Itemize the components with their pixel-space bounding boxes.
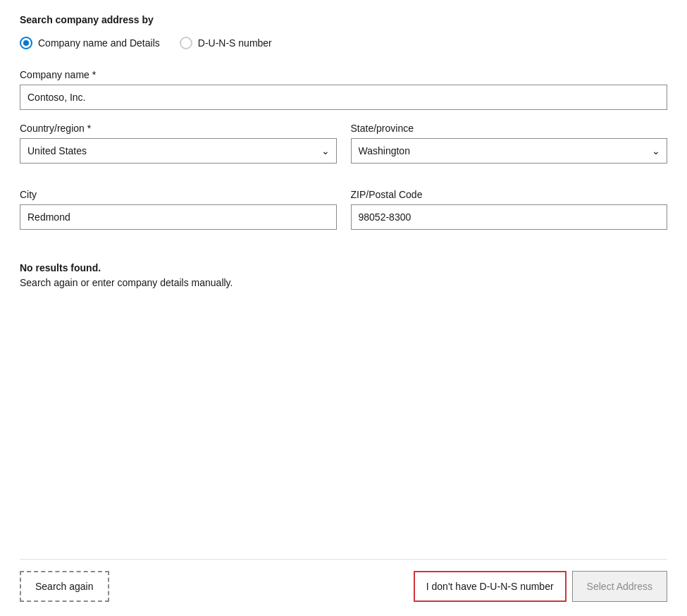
company-name-input[interactable] xyxy=(20,85,667,110)
zip-label: ZIP/Postal Code xyxy=(351,189,668,200)
city-field: City xyxy=(20,189,337,230)
state-province-select[interactable]: Washington xyxy=(351,138,668,164)
select-address-button[interactable]: Select Address xyxy=(572,571,667,602)
country-region-select[interactable]: United States xyxy=(20,138,337,164)
no-duns-button[interactable]: I don't have D-U-N-S number xyxy=(414,571,567,602)
state-province-field: State/province Washington ⌄ xyxy=(351,123,668,164)
country-state-row: Country/region * United States ⌄ State/p… xyxy=(20,123,667,176)
zip-field: ZIP/Postal Code xyxy=(351,189,668,230)
company-name-label: Company name * xyxy=(20,69,667,80)
section-title: Search company address by xyxy=(20,14,667,25)
no-results-subtitle: Search again or enter company details ma… xyxy=(20,276,667,290)
radio-company-name-label: Company name and Details xyxy=(38,37,160,49)
no-results-section: No results found. Search again or enter … xyxy=(20,261,667,290)
no-results-title: No results found. xyxy=(20,261,667,276)
search-again-button[interactable]: Search again xyxy=(20,571,109,602)
company-name-field: Company name * xyxy=(20,69,667,110)
page-container: Search company address by Company name a… xyxy=(0,0,687,616)
city-label: City xyxy=(20,189,337,200)
spacer xyxy=(20,290,667,559)
radio-company-name-option[interactable]: Company name and Details xyxy=(20,37,160,49)
country-region-select-wrapper: United States ⌄ xyxy=(20,138,337,164)
country-region-label: Country/region * xyxy=(20,123,337,134)
state-province-label: State/province xyxy=(351,123,668,134)
radio-duns-option[interactable]: D-U-N-S number xyxy=(180,37,272,49)
city-zip-row: City ZIP/Postal Code xyxy=(20,189,667,242)
country-region-field: Country/region * United States ⌄ xyxy=(20,123,337,164)
radio-duns-circle xyxy=(180,37,192,49)
radio-company-name-circle xyxy=(20,37,32,49)
radio-group: Company name and Details D-U-N-S number xyxy=(20,37,667,49)
radio-duns-label: D-U-N-S number xyxy=(198,37,272,49)
footer: Search again I don't have D-U-N-S number… xyxy=(20,559,667,602)
zip-input[interactable] xyxy=(351,204,668,230)
city-input[interactable] xyxy=(20,204,337,230)
footer-right: I don't have D-U-N-S number Select Addre… xyxy=(414,571,667,602)
state-province-select-wrapper: Washington ⌄ xyxy=(351,138,668,164)
